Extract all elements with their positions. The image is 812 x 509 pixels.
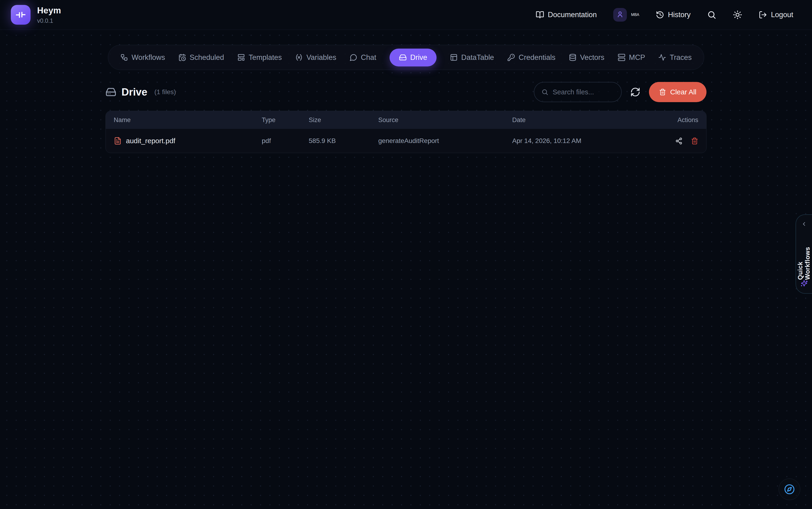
logout-button[interactable]: Logout xyxy=(759,10,793,19)
activity-icon xyxy=(658,54,666,61)
account-menu[interactable]: MBA xyxy=(613,8,639,22)
history-icon xyxy=(656,10,664,19)
variable-icon xyxy=(295,54,303,61)
trash-icon xyxy=(659,89,666,96)
file-actions-cell xyxy=(663,137,698,145)
database-icon xyxy=(569,54,577,61)
book-open-icon xyxy=(536,10,544,19)
delete-file-button[interactable] xyxy=(691,137,698,145)
history-label: History xyxy=(668,10,690,19)
app-version: v0.0.1 xyxy=(37,18,61,24)
file-name-cell: audit_report.pdf xyxy=(114,137,262,145)
column-header-source: Source xyxy=(378,116,512,124)
brand: Heym v0.0.1 xyxy=(11,5,61,25)
key-round-icon xyxy=(507,54,515,61)
quick-workflows-panel: Quick Workflows xyxy=(795,214,812,294)
drive-section-header: Drive (1 files) Clear All xyxy=(105,82,707,102)
tab-traces[interactable]: Traces xyxy=(658,53,692,62)
tab-label: Credentials xyxy=(519,53,555,62)
tab-label: Variables xyxy=(306,53,336,62)
table-body: audit_report.pdfpdf585.9 KBgenerateAudit… xyxy=(106,129,706,153)
file-size-cell: 585.9 KB xyxy=(309,137,378,145)
file-row[interactable]: audit_report.pdfpdf585.9 KBgenerateAudit… xyxy=(106,129,706,153)
theme-toggle-button[interactable] xyxy=(733,10,742,20)
search-icon xyxy=(707,10,716,20)
file-text-icon xyxy=(114,137,122,145)
tab-label: MCP xyxy=(629,53,645,62)
table-header-row: NameTypeSizeSourceDateActions xyxy=(106,111,706,129)
workflow-icon xyxy=(120,54,128,61)
column-header-name: Name xyxy=(114,116,262,124)
search-icon xyxy=(541,89,548,96)
column-header-size: Size xyxy=(309,116,378,124)
tab-label: Workflows xyxy=(132,53,165,62)
collapse-panel-button[interactable] xyxy=(801,221,807,227)
clear-all-label: Clear All xyxy=(670,88,696,96)
tab-label: Chat xyxy=(361,53,376,62)
tab-templates[interactable]: Templates xyxy=(237,53,282,62)
history-button[interactable]: History xyxy=(656,10,690,19)
sparkles-icon xyxy=(800,280,808,287)
tab-label: Vectors xyxy=(580,53,604,62)
log-out-icon xyxy=(759,10,767,19)
clear-all-button[interactable]: Clear All xyxy=(649,82,707,102)
server-icon xyxy=(618,54,625,61)
app-title: Heym xyxy=(37,6,61,15)
files-table: NameTypeSizeSourceDateActions audit_repo… xyxy=(105,111,707,153)
layout-template-icon xyxy=(237,54,245,61)
tab-chat[interactable]: Chat xyxy=(350,53,376,62)
account-label: MBA xyxy=(631,13,639,17)
column-header-date: Date xyxy=(512,116,663,124)
tab-label: DataTable xyxy=(461,53,494,62)
refresh-icon xyxy=(630,87,641,97)
tab-mcp[interactable]: MCP xyxy=(618,53,645,62)
chevron-left-icon xyxy=(801,221,807,227)
page-title: Drive xyxy=(122,86,147,98)
tab-credentials[interactable]: Credentials xyxy=(507,53,555,62)
tab-label: Templates xyxy=(249,53,282,62)
file-name: audit_report.pdf xyxy=(126,137,175,145)
tab-label: Traces xyxy=(670,53,692,62)
tab-scheduled[interactable]: Scheduled xyxy=(178,53,224,62)
tab-variables[interactable]: Variables xyxy=(295,53,336,62)
app-header: Heym v0.0.1 Documentation MBA History xyxy=(0,0,812,30)
avatar xyxy=(613,8,627,22)
app-logo xyxy=(11,5,31,25)
documentation-link[interactable]: Documentation xyxy=(536,10,597,19)
tab-vectors[interactable]: Vectors xyxy=(569,53,604,62)
tab-datatable[interactable]: DataTable xyxy=(450,53,494,62)
refresh-button[interactable] xyxy=(630,87,641,97)
calendar-clock-icon xyxy=(178,54,186,61)
column-header-type: Type xyxy=(262,116,309,124)
file-search-input[interactable] xyxy=(553,88,614,96)
documentation-label: Documentation xyxy=(548,10,597,19)
files-count-badge: (1 files) xyxy=(154,88,176,96)
file-search-box xyxy=(534,82,622,102)
user-icon xyxy=(616,10,624,19)
share-file-button[interactable] xyxy=(675,137,683,145)
tab-bar: WorkflowsScheduledTemplatesVariablesChat… xyxy=(108,45,704,70)
message-circle-icon xyxy=(350,54,357,61)
sun-icon xyxy=(733,10,742,20)
tab-label: Scheduled xyxy=(190,53,224,62)
drive-page: Heym v0.0.1 Documentation MBA History xyxy=(0,0,812,509)
top-nav: Documentation MBA History Logout xyxy=(536,8,793,22)
file-type-cell: pdf xyxy=(262,137,309,145)
quick-workflows-label: Quick Workflows xyxy=(797,227,811,280)
compass-icon xyxy=(784,484,795,495)
heym-logo-icon xyxy=(14,9,27,21)
column-header-actions: Actions xyxy=(663,116,698,124)
main-content: WorkflowsScheduledTemplatesVariablesChat… xyxy=(0,30,812,509)
table-icon xyxy=(450,54,458,61)
compass-button[interactable] xyxy=(779,478,800,500)
file-source-cell: generateAuditReport xyxy=(378,137,512,145)
search-button[interactable] xyxy=(707,10,716,20)
logout-label: Logout xyxy=(771,10,793,19)
hard-drive-icon xyxy=(399,54,407,61)
tab-drive[interactable]: Drive xyxy=(390,48,436,66)
tab-label: Drive xyxy=(410,53,427,62)
file-date-cell: Apr 14, 2026, 10:12 AM xyxy=(512,137,663,145)
hard-drive-icon xyxy=(105,87,116,97)
tab-workflows[interactable]: Workflows xyxy=(120,53,165,62)
